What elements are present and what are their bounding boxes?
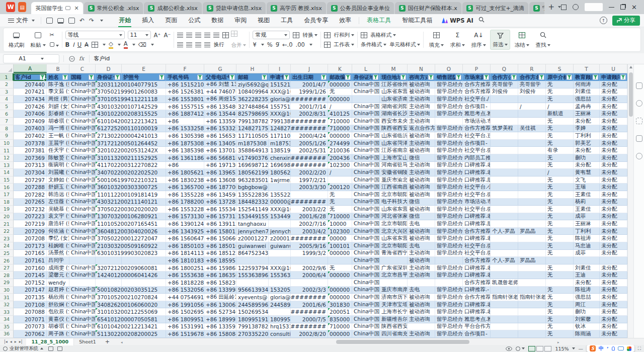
increase-decimal-icon[interactable]: ←.0 <box>282 41 293 48</box>
cell[interactable]: 244589596 <box>269 301 291 309</box>
cell[interactable]: 无 <box>546 154 574 162</box>
cell[interactable]: m1875308 <box>269 140 291 147</box>
cell[interactable]: ######## <box>291 96 328 103</box>
cell[interactable]: China中国 <box>69 191 96 199</box>
cell[interactable]: 刘晨曦 (女 <box>47 169 69 177</box>
cell[interactable]: 无 <box>546 250 574 257</box>
cell[interactable]: 207165 <box>14 250 47 257</box>
cell[interactable]: 成菲 <box>574 250 600 257</box>
cell[interactable]: China中国 <box>352 147 380 154</box>
cell[interactable]: 无 <box>546 125 574 133</box>
cell[interactable]: China中国 <box>352 132 380 140</box>
cell[interactable]: 2002/8/20 <box>291 330 328 338</box>
cell[interactable]: 韩浩远 (男 <box>47 191 69 199</box>
cell[interactable]: 未分配 <box>600 228 627 235</box>
cell[interactable] <box>435 118 463 125</box>
cell[interactable]: 主动咨询 <box>408 162 435 169</box>
cell[interactable]: 411702200312270822 <box>96 162 122 169</box>
prev-sheet-icon[interactable]: ◂ <box>10 339 12 344</box>
select-all-corner[interactable] <box>0 64 14 73</box>
cell[interactable] <box>518 118 546 125</box>
cell[interactable]: China中国 <box>69 110 96 118</box>
cell[interactable]: 合作方推荐 <box>463 81 491 89</box>
cell[interactable]: 135522836 <box>236 191 269 199</box>
cell[interactable]: 未分配 <box>600 132 627 140</box>
column-header-M[interactable]: M <box>380 64 408 73</box>
cell[interactable]: 王瑞 <box>574 184 600 191</box>
cell[interactable] <box>574 257 600 265</box>
cell[interactable]: 合作方推荐 <box>463 257 491 265</box>
cell[interactable]: 被动咨询 <box>408 308 435 316</box>
cell[interactable]: 天津市宝坻 <box>380 301 408 309</box>
cell[interactable] <box>69 257 96 265</box>
cell[interactable]: 口碑推荐.老 <box>463 308 491 316</box>
restore-button[interactable] <box>620 5 625 10</box>
filter-dropdown-icon[interactable] <box>115 74 120 80</box>
cell[interactable]: +86 1300682663 <box>204 301 236 309</box>
cell[interactable]: China中国 <box>69 316 96 323</box>
filter-dropdown-icon[interactable] <box>40 74 45 80</box>
cell[interactable]: China中国 <box>352 316 380 323</box>
cell[interactable]: 袁文宇 (女 <box>47 213 69 221</box>
cell[interactable]: +86 1340540988 <box>204 140 236 147</box>
cell[interactable]: 未分配 <box>600 110 627 118</box>
cell[interactable]: 327484864 <box>236 103 269 111</box>
cell[interactable]: +86 <box>166 118 204 125</box>
print-icon[interactable] <box>57 18 64 23</box>
cell[interactable] <box>491 154 518 162</box>
ime-skin-icon[interactable] <box>627 346 631 351</box>
new-tab-button[interactable]: + <box>548 3 555 12</box>
cell[interactable]: 207369 <box>14 154 47 162</box>
cell[interactable]: China中国 <box>352 308 380 316</box>
cell[interactable]: 200120 <box>328 184 352 191</box>
cell[interactable] <box>518 110 546 118</box>
cell[interactable]: China中国 <box>352 228 380 235</box>
cell[interactable]: 汤景然 (女 <box>47 250 69 257</box>
cell[interactable]: 王素佳 <box>574 206 600 213</box>
cell[interactable]: 口碑推荐.老 <box>463 162 491 169</box>
cell[interactable]: 微信 <box>408 213 435 221</box>
cell[interactable]: 117110505 <box>236 132 269 140</box>
cell[interactable] <box>236 257 269 265</box>
cell[interactable]: 799138782 <box>236 118 269 125</box>
settings-icon[interactable] <box>636 82 642 89</box>
cell[interactable]: 留学总经办 <box>435 308 463 316</box>
cell[interactable]: 310103200212255069 <box>96 308 122 316</box>
cell[interactable]: 未分配 <box>600 125 627 133</box>
cell[interactable]: 207071 <box>14 316 47 323</box>
field-header-cell[interactable]: 国籍 <box>69 73 96 81</box>
cell[interactable]: 合作方推荐 <box>463 294 491 301</box>
cell[interactable]: 西安市未央 <box>380 118 408 125</box>
cell[interactable]: 合作方推荐 <box>463 89 491 96</box>
cell[interactable]: 筑梦美程 <box>491 125 518 133</box>
cell[interactable]: 上海市长宁 <box>380 308 408 316</box>
cell[interactable]: 2002/3/3 <box>291 287 328 294</box>
cell[interactable]: 强思喆 <box>574 294 600 301</box>
row-header-3[interactable]: 3 <box>0 89 14 96</box>
document-tab[interactable]: S公务员国企事业单位 <box>327 2 394 14</box>
cell[interactable]: 138519326 <box>269 147 291 154</box>
cell[interactable]: 110105200207165451 <box>96 220 122 228</box>
cell[interactable]: 主动咨询 <box>408 103 435 111</box>
cell[interactable]: 207223 <box>14 213 47 221</box>
row-header-36[interactable]: 36 <box>0 330 14 338</box>
cell[interactable]: 微信 <box>408 199 435 206</box>
cell[interactable] <box>435 279 463 287</box>
cell[interactable]: 山东省济南 <box>380 96 408 103</box>
cell[interactable]: ######## <box>291 199 328 206</box>
cell[interactable]: ######## <box>291 308 328 316</box>
cell[interactable]: 000000 <box>328 132 352 140</box>
cell[interactable]: 被动咨询 <box>408 294 435 301</box>
cell[interactable]: +86 1582391866 <box>204 279 236 287</box>
row-header-27[interactable]: 27 <box>0 265 14 272</box>
cell[interactable]: ######## <box>291 118 328 125</box>
cell[interactable]: 未分配 <box>600 118 627 125</box>
cell[interactable]: 留学总经办 <box>435 81 463 89</box>
cell[interactable]: 207402 <box>14 132 47 140</box>
column-header-P[interactable]: P <box>463 64 491 73</box>
cell[interactable]: 北京市朝阳 <box>380 191 408 199</box>
cell[interactable]: 207135 <box>14 294 47 301</box>
cell[interactable] <box>518 213 546 221</box>
cell[interactable]: 000000 <box>328 81 352 89</box>
cell[interactable]: 社交平台.微 <box>463 250 491 257</box>
